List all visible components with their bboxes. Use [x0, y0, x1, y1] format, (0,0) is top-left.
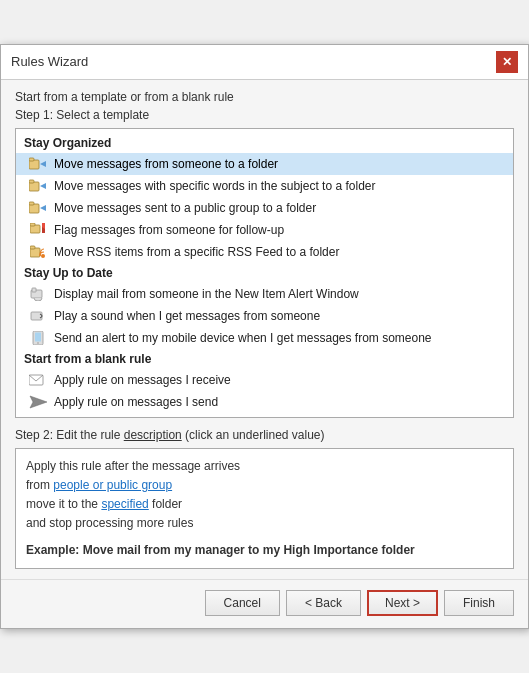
item-text: Apply rule on messages I send: [54, 395, 218, 409]
list-item[interactable]: Play a sound when I get messages from so…: [16, 305, 513, 327]
finish-button[interactable]: Finish: [444, 590, 514, 616]
folder-move-icon: [28, 156, 48, 172]
item-text: Move messages sent to a public group to …: [54, 201, 316, 215]
item-text: Move messages with specific words in the…: [54, 179, 375, 193]
svg-marker-5: [40, 183, 46, 189]
rules-wizard-dialog: Rules Wizard ✕ Start from a template or …: [0, 44, 529, 630]
rss-icon: [28, 244, 48, 260]
receive-icon: [28, 372, 48, 388]
folder-move-icon: [28, 178, 48, 194]
back-button[interactable]: < Back: [286, 590, 361, 616]
bell-icon: [28, 286, 48, 302]
item-text: Send an alert to my mobile device when I…: [54, 331, 432, 345]
svg-marker-2: [40, 161, 46, 167]
list-item[interactable]: Send an alert to my mobile device when I…: [16, 327, 513, 349]
sound-icon: [28, 308, 48, 324]
list-item[interactable]: Apply rule on messages I send: [16, 391, 513, 413]
title-bar: Rules Wizard ✕: [1, 45, 528, 80]
item-text: Apply rule on messages I receive: [54, 373, 231, 387]
group-stay-organized: Stay Organized: [16, 133, 513, 153]
list-item[interactable]: Move RSS items from a specific RSS Feed …: [16, 241, 513, 263]
button-row: Cancel < Back Next > Finish: [1, 579, 528, 628]
list-item[interactable]: Flag messages from someone for follow-up: [16, 219, 513, 241]
item-text: Display mail from someone in the New Ite…: [54, 287, 359, 301]
svg-marker-23: [30, 396, 47, 408]
list-item[interactable]: Move messages sent to a public group to …: [16, 197, 513, 219]
group-blank-rule: Start from a blank rule: [16, 349, 513, 369]
svg-rect-7: [29, 202, 34, 205]
svg-rect-17: [32, 288, 36, 292]
step2-label: Step 2: Edit the rule description (click…: [15, 428, 514, 442]
list-item[interactable]: Display mail from someone in the New Ite…: [16, 283, 513, 305]
list-item[interactable]: Move messages from someone to a folder: [16, 153, 513, 175]
send-icon: [28, 394, 48, 410]
rule-link-people[interactable]: people or public group: [53, 478, 172, 492]
folder-move-icon: [28, 200, 48, 216]
rule-line2-prefix: from: [26, 478, 53, 492]
list-item[interactable]: Apply rule on messages I receive: [16, 369, 513, 391]
svg-rect-10: [30, 223, 35, 226]
rule-line4: and stop processing more rules: [26, 516, 193, 530]
rule-description-box: Apply this rule after the message arrive…: [15, 448, 514, 570]
item-text: Play a sound when I get messages from so…: [54, 309, 320, 323]
dialog-title: Rules Wizard: [11, 54, 88, 69]
rule-example: Example: Move mail from my manager to my…: [26, 541, 503, 560]
svg-rect-1: [29, 158, 34, 161]
svg-point-21: [37, 342, 39, 344]
mobile-icon: [28, 330, 48, 346]
rule-line1: Apply this rule after the message arrive…: [26, 459, 240, 473]
svg-rect-18: [31, 312, 42, 320]
svg-marker-8: [40, 205, 46, 211]
rule-line3-prefix: move it to the: [26, 497, 101, 511]
group-stay-uptodate: Stay Up to Date: [16, 263, 513, 283]
flag-icon: [28, 222, 48, 238]
step1-label: Step 1: Select a template: [15, 108, 514, 122]
list-item[interactable]: Move messages with specific words in the…: [16, 175, 513, 197]
rule-line3-suffix: folder: [149, 497, 182, 511]
svg-point-15: [41, 254, 45, 258]
dialog-body: Start from a template or from a blank ru…: [1, 80, 528, 580]
item-text: Move RSS items from a specific RSS Feed …: [54, 245, 339, 259]
step2-underline: description: [124, 428, 182, 442]
close-button[interactable]: ✕: [496, 51, 518, 73]
next-button[interactable]: Next >: [367, 590, 438, 616]
svg-rect-20: [35, 332, 41, 341]
svg-rect-4: [29, 180, 34, 183]
item-text: Flag messages from someone for follow-up: [54, 223, 284, 237]
svg-rect-14: [30, 246, 35, 249]
item-text: Move messages from someone to a folder: [54, 157, 278, 171]
template-list: Stay Organized Move messages from someon…: [15, 128, 514, 418]
intro-line1: Start from a template or from a blank ru…: [15, 90, 514, 104]
rule-link-specified[interactable]: specified: [101, 497, 148, 511]
cancel-button[interactable]: Cancel: [205, 590, 280, 616]
